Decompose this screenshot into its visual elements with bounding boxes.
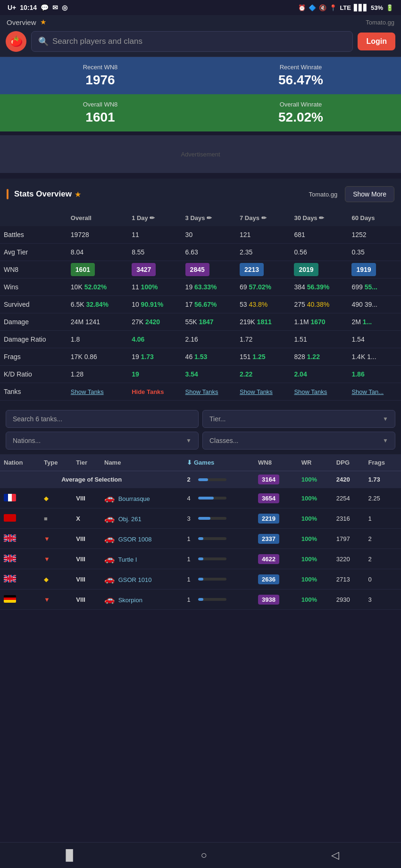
turtle1-tier: VIII <box>72 549 100 569</box>
classes-filter[interactable]: Classes... ▼ <box>202 432 395 450</box>
kd-ratio-overall: 1.28 <box>67 366 128 383</box>
wn8-overall: 1601 <box>67 261 128 278</box>
search-tanks-placeholder: Search 6 tanks... <box>13 415 62 423</box>
recent-winrate-value: 56.47% <box>210 73 392 88</box>
search-tanks-input[interactable]: Search 6 tanks... <box>6 410 199 428</box>
app-logo: 🍅 <box>6 31 26 52</box>
frags-1day: 19 1.73 <box>128 348 181 366</box>
gsor1010-tier: VIII <box>72 569 100 590</box>
mute-icon: 🔇 <box>319 4 326 11</box>
damage-ratio-1day: 4.06 <box>128 331 181 348</box>
avg-tier-overall: 8.04 <box>67 244 128 261</box>
average-label: Average of Selection <box>0 471 183 488</box>
battery-icon: 🔋 <box>386 4 393 11</box>
svg-rect-26 <box>4 578 16 580</box>
header-title: Overview <box>7 18 36 26</box>
avg-tier-7days: 2.35 <box>236 244 290 261</box>
recent-wn8-value: 1976 <box>9 73 191 88</box>
tank-col-wn8: WN8 <box>254 454 298 471</box>
show-tanks-60days[interactable]: Show Tan... <box>351 388 384 395</box>
overall-wn8-card: Overall WN8 1601 <box>0 94 200 131</box>
damage-overall: 24M 1241 <box>67 313 128 331</box>
tank-row-bourrasque: ◆ VIII 🚗 Bourrasque 4 3654 100% 2254 2.2… <box>0 488 401 508</box>
skorpion-type: ▼ <box>40 590 72 610</box>
nations-filter[interactable]: Nations... ▼ <box>6 432 199 450</box>
wins-7days: 69 57.02% <box>236 278 290 296</box>
tanks-overall: Show Tanks <box>67 383 128 401</box>
frags-60days: 1.4K 1... <box>348 348 401 366</box>
location-icon: 📍 <box>329 4 337 11</box>
overall-winrate-card: Overall Winrate 52.02% <box>200 94 401 131</box>
wn8-60days: 1919 <box>348 261 401 278</box>
kd-ratio-30days: 2.04 <box>290 366 348 383</box>
login-button[interactable]: Login <box>358 33 395 50</box>
damage-ratio-3days: 2.16 <box>182 331 236 348</box>
show-tanks-3days[interactable]: Show Tanks <box>185 388 218 395</box>
stats-overview-title: Stats Overview <box>14 189 72 199</box>
skorpion-wn8: 3938 <box>254 590 298 610</box>
svg-rect-8 <box>4 537 16 539</box>
damage-ratio-overall: 1.8 <box>67 331 128 348</box>
hide-tanks-1day[interactable]: Hide Tanks <box>132 388 164 395</box>
status-left: U+ 10:14 💬 ✉ ◎ <box>8 4 67 11</box>
tank-row-obj261: ■ X 🚗 Obj. 261 3 2219 100% 2316 1 <box>0 508 401 529</box>
kd-ratio-7days: 2.22 <box>236 366 290 383</box>
gsor1008-frags: 2 <box>365 529 401 549</box>
kd-ratio-60days: 1.86 <box>348 366 401 383</box>
show-more-button[interactable]: Show More <box>345 186 394 202</box>
tanks-1day: Hide Tanks <box>128 383 181 401</box>
show-tanks-7days[interactable]: Show Tanks <box>240 388 273 395</box>
gsor1010-frags: 0 <box>365 569 401 590</box>
battles-60days: 1252 <box>348 226 401 244</box>
tank-col-games[interactable]: ⬇ Games <box>183 454 254 471</box>
stats-overview-header: Stats Overview ★ Tomato.gg Show More <box>0 179 401 210</box>
battles-row: Battles 19728 11 30 121 681 1252 <box>0 226 401 244</box>
col-header-overall: Overall <box>67 210 128 226</box>
kd-ratio-label: K/D Ratio <box>0 366 67 383</box>
frags-7days: 151 1.25 <box>236 348 290 366</box>
germany-flag <box>4 595 16 603</box>
app-icon: ◎ <box>62 4 67 11</box>
search-header: 🍅 🔍 Search players and clans Login <box>0 26 401 57</box>
avg-tier-3days: 6.63 <box>182 244 236 261</box>
damage-ratio-7days: 1.72 <box>236 331 290 348</box>
nav-menu-button[interactable]: ▐▌ <box>62 849 76 861</box>
ussr-flag <box>4 514 16 522</box>
turtle1-wn8: 4622 <box>254 549 298 569</box>
damage-row: Damage 24M 1241 27K 2420 55K 1847 219K 1… <box>0 313 401 331</box>
search-icon: 🔍 <box>38 36 49 47</box>
recent-wn8-label: Recent WN8 <box>9 64 191 71</box>
search-bar[interactable]: 🔍 Search players and clans <box>31 31 353 52</box>
show-tanks-overall[interactable]: Show Tanks <box>71 388 104 395</box>
frags-label: Frags <box>0 348 67 366</box>
skorpion-games: 1 <box>183 590 254 610</box>
nav-home-button[interactable]: ○ <box>200 849 207 861</box>
stats-overview-star: ★ <box>75 190 81 199</box>
tier-filter[interactable]: Tier... ▼ <box>202 410 395 428</box>
tank-col-type: Type <box>40 454 72 471</box>
avg-tier-1day: 8.55 <box>128 244 181 261</box>
wn8-row: WN8 1601 3427 2845 2213 2019 1919 <box>0 261 401 278</box>
damage-ratio-label: Damage Ratio <box>0 331 67 348</box>
wins-3days: 19 63.33% <box>182 278 236 296</box>
gsor1008-tier: VIII <box>72 529 100 549</box>
tanks-table-container: Nation Type Tier Name ⬇ Games WN8 WR DPG… <box>0 454 401 610</box>
svg-rect-28 <box>4 598 16 600</box>
show-tanks-30days[interactable]: Show Tanks <box>294 388 327 395</box>
tanks-30days: Show Tanks <box>290 383 348 401</box>
bourrasque-wn8: 3654 <box>254 488 298 508</box>
section-accent-bar <box>7 189 8 199</box>
tank-filters: Search 6 tanks... Tier... ▼ Nations... ▼… <box>0 405 401 454</box>
frags-30days: 828 1.22 <box>290 348 348 366</box>
bourrasque-games: 4 <box>183 488 254 508</box>
nav-back-button[interactable]: ◁ <box>331 849 339 861</box>
alarm-icon: ⏰ <box>298 4 306 11</box>
damage-ratio-30days: 1.51 <box>290 331 348 348</box>
turtle1-type: ▼ <box>40 549 72 569</box>
average-dpg: 2420 <box>333 471 365 488</box>
nations-filter-label: Nations... <box>13 437 41 444</box>
bluetooth-icon: 🔷 <box>309 4 316 11</box>
tank-col-frags: Frags <box>365 454 401 471</box>
damage-label: Damage <box>0 313 67 331</box>
battery-label: 53% <box>371 4 383 11</box>
